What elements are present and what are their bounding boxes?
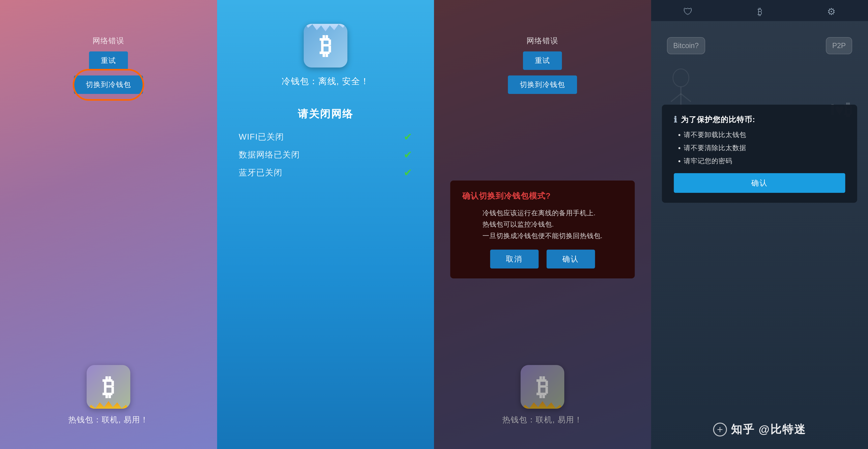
panel2-bluetooth-item: 蓝牙已关闭 ✔: [239, 167, 412, 179]
panel4-protect-dialog: ℹ 为了保护您的比特币: 请不要卸载比太钱包 请不要清除比太数据 请牢记您的密码…: [662, 105, 857, 203]
panel2-data-item: 数据网络已关闭 ✔: [239, 149, 412, 161]
panel1-bottom-area: ₿ 热钱包：联机, 易用！: [68, 365, 149, 425]
watermark-text: 知乎 @比特迷: [731, 422, 806, 437]
panel1-error-area: 网络错误 重试 切换到冷钱包: [74, 36, 143, 94]
panel1-switch-wrapper: 切换到冷钱包: [74, 75, 143, 94]
protect-item-3: 请牢记您的密码: [684, 157, 746, 166]
panel2-wifi-item: WIFI已关闭 ✔: [239, 131, 412, 143]
panel3-dialog-body: 冷钱包应该运行在离线的备用手机上.热钱包可以监控冷钱包.一旦切换成冷钱包便不能切…: [483, 207, 602, 242]
panel1-bottom-label: 热钱包：联机, 易用！: [68, 414, 149, 425]
panel-2: ₿ 冷钱包：离线, 安全！ 请关闭网络 WIFI已关闭 ✔ 数据网络已关闭 ✔ …: [217, 0, 434, 449]
protect-list: 请不要卸载比太钱包 请不要清除比太数据 请牢记您的密码: [674, 130, 746, 166]
panel2-bluetooth-check: ✔: [404, 167, 412, 179]
panel-1: 网络错误 重试 切换到冷钱包 ₿ 热钱包：联机, 易用！: [0, 0, 217, 449]
panel2-cold-wallet-title: 冷钱包：离线, 安全！: [282, 75, 369, 87]
btc-symbol-p3: ₿: [536, 373, 549, 400]
panel3-network-error-label: 网络错误: [527, 36, 558, 46]
panel2-data-label: 数据网络已关闭: [239, 149, 300, 160]
btc-symbol: ₿: [102, 373, 115, 400]
panel2-wifi-label: WIFI已关闭: [239, 131, 284, 142]
svg-line-3: [681, 94, 691, 102]
panel1-bitcoin-icon: ₿: [87, 365, 130, 409]
panel3-bitcoin-icon: ₿: [521, 365, 564, 409]
panel3-confirm-dialog: 确认切换到冷钱包模式? 冷钱包应该运行在离线的备用手机上.热钱包可以监控冷钱包.…: [450, 180, 635, 278]
gear-icon: ⚙: [827, 6, 836, 17]
panel3-bottom-area: ₿ 热钱包：联机, 易用！: [502, 365, 583, 425]
panel1-retry-button[interactable]: 重试: [89, 52, 128, 70]
panel2-wifi-check: ✔: [404, 131, 412, 143]
panel2-data-check: ✔: [404, 149, 412, 161]
protect-title-text: 为了保护您的比特币:: [681, 115, 755, 125]
panel3-bottom-label: 热钱包：联机, 易用！: [502, 414, 583, 425]
panel-4: 🛡 ₿ ⚙ Bitcoin? P2P I♥₿: [651, 0, 868, 449]
panel3-dialog-buttons: 取消 确认: [462, 250, 623, 268]
panel4-illustration-area: Bitcoin? P2P I♥₿ ℹ 为了保护您的比: [651, 21, 868, 449]
panel3-content: 网络错误 重试 切换到冷钱包 确认切换到冷钱包模式? 冷钱包应该运行在离线的备用…: [434, 0, 651, 449]
panel2-content: ₿ 冷钱包：离线, 安全！ 请关闭网络 WIFI已关闭 ✔ 数据网络已关闭 ✔ …: [217, 24, 434, 179]
bitcoin-header-icon: ₿: [757, 6, 762, 17]
panel3-retry-button[interactable]: 重试: [523, 52, 562, 70]
panel4-confirm-button[interactable]: 确认: [674, 173, 845, 193]
panel3-error-area: 网络错误 重试 切换到冷钱包: [508, 36, 577, 94]
svg-point-0: [673, 69, 689, 87]
panel4-watermark: + 知乎 @比特迷: [651, 422, 868, 437]
protect-item-2: 请不要清除比太数据: [684, 143, 746, 153]
panel4-main: Bitcoin? P2P I♥₿ ℹ 为了保护您的比: [651, 21, 868, 449]
panel2-turn-off-label: 请关闭网络: [298, 107, 353, 121]
panel3-switch-button[interactable]: 切换到冷钱包: [508, 75, 577, 94]
panel4-speech-left: Bitcoin?: [667, 37, 705, 54]
svg-line-2: [671, 94, 681, 102]
panel2-network-list: WIFI已关闭 ✔ 数据网络已关闭 ✔ 蓝牙已关闭 ✔: [239, 131, 412, 179]
shield-icon: 🛡: [683, 6, 693, 17]
panel4-protect-title: ℹ 为了保护您的比特币:: [674, 115, 755, 125]
panel4-header: 🛡 ₿ ⚙: [651, 0, 868, 21]
panel2-bitcoin-icon: ₿: [304, 24, 347, 67]
panel2-bluetooth-label: 蓝牙已关闭: [239, 167, 282, 178]
panel1-switch-button[interactable]: 切换到冷钱包: [74, 75, 143, 94]
info-icon: ℹ: [674, 115, 677, 125]
panel-3: 网络错误 重试 切换到冷钱包 确认切换到冷钱包模式? 冷钱包应该运行在离线的备用…: [434, 0, 651, 449]
protect-item-1: 请不要卸载比太钱包: [684, 130, 746, 139]
btc-symbol-cold: ₿: [319, 32, 332, 59]
panel4-speech-right: P2P: [826, 37, 852, 54]
panel3-confirm-button[interactable]: 确认: [547, 250, 595, 268]
panel3-cancel-button[interactable]: 取消: [490, 250, 538, 268]
panel1-network-error-label: 网络错误: [93, 36, 124, 46]
watermark-plus-icon: +: [713, 423, 727, 437]
panel3-dialog-title: 确认切换到冷钱包模式?: [462, 190, 551, 201]
